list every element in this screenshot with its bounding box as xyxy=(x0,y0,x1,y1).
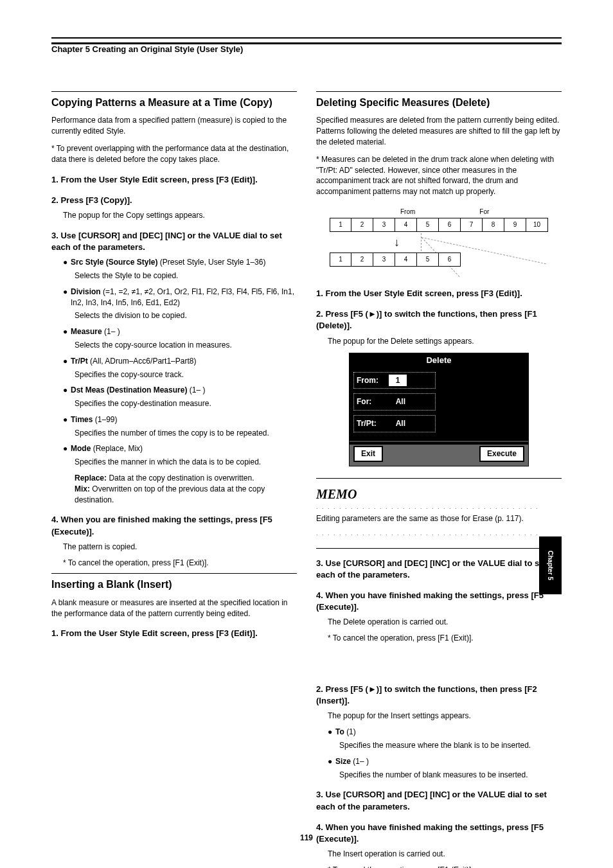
arrow-down-icon: ↓ xyxy=(394,235,400,251)
copy-step-1: 1. From the User Style Edit screen, pres… xyxy=(51,174,297,186)
delete-note: * Measures can be deleted in the drum tr… xyxy=(316,154,562,197)
copy-step-2-note: The popup for the Copy settings appears. xyxy=(63,210,297,221)
right-column: Deleting Specific Measures (Delete) Spec… xyxy=(316,86,562,868)
dialog-title: Delete xyxy=(350,353,528,368)
copy-intro: Performance data from a specified patter… xyxy=(51,115,297,137)
delete-step-4: 4. When you have finished making the set… xyxy=(316,590,562,613)
insert-step-2: 2. Press [F5 (►)] to switch the function… xyxy=(316,684,562,707)
left-column: Copying Patterns a Measure at a Time (Co… xyxy=(51,86,297,868)
copy-section-title: Copying Patterns a Measure at a Time (Co… xyxy=(51,96,297,110)
chapter-tab: Chapter 5 xyxy=(539,536,562,594)
chapter-header: Chapter 5 Creating an Original Style (Us… xyxy=(51,42,562,54)
from-label: From: xyxy=(357,375,389,386)
delete-section-title: Deleting Specific Measures (Delete) xyxy=(316,96,562,110)
trpt-label: Tr/Pt: xyxy=(357,418,389,429)
insert-step-3: 3. Use [CURSOR] and [DEC] [INC] or the V… xyxy=(316,789,562,812)
from-value[interactable]: 1 xyxy=(389,375,407,387)
copy-step-3: 3. Use [CURSOR] and [DEC] [INC] or the V… xyxy=(51,230,297,253)
insert-intro: A blank measure or measures are inserted… xyxy=(51,598,297,619)
delete-dialog: Delete From: 1 For: All xyxy=(349,353,529,466)
trpt-value[interactable]: All xyxy=(389,418,407,430)
delete-step-1: 1. From the User Style Edit screen, pres… xyxy=(316,288,562,299)
delete-diagram: From For 12345678910 ↓ 123456 xyxy=(330,208,548,275)
memo-text: Editing parameters are the same as those… xyxy=(316,513,562,524)
execute-button[interactable]: Execute xyxy=(479,446,524,462)
exit-button[interactable]: Exit xyxy=(353,446,383,462)
copy-step-4: 4. When you are finished making the sett… xyxy=(51,514,297,537)
copy-step-2: 2. Press [F3 (Copy)]. xyxy=(51,195,297,206)
copy-note: * To prevent overlapping with the perfor… xyxy=(51,143,297,165)
page-number: 119 xyxy=(0,833,613,842)
memo-heading: MEMO xyxy=(316,485,562,503)
for-value[interactable]: All xyxy=(389,396,407,408)
delete-step-3: 3. Use [CURSOR] and [DEC] [INC] or the V… xyxy=(316,558,562,581)
delete-step-2: 2. Press [F5 (►)] to switch the function… xyxy=(316,308,562,332)
insert-step-1: 1. From the User Style Edit screen, pres… xyxy=(51,628,297,639)
for-label: For: xyxy=(357,396,389,407)
delete-intro: Specified measures are deleted from the … xyxy=(316,115,562,147)
insert-section-title: Inserting a Blank (Insert) xyxy=(51,578,297,592)
